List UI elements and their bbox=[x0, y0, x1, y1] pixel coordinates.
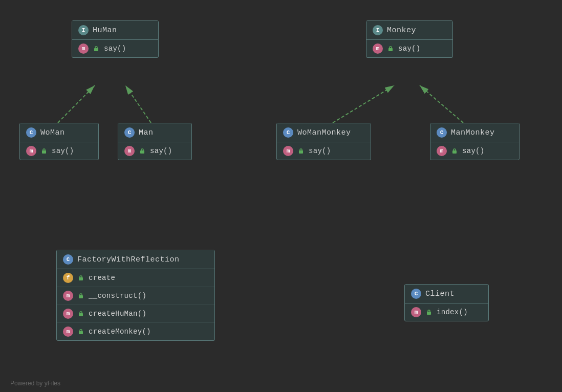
manmonkey-method-say-label: say() bbox=[462, 147, 485, 155]
badge-c-woman: C bbox=[26, 127, 36, 138]
svg-rect-13 bbox=[79, 331, 83, 334]
svg-rect-9 bbox=[452, 150, 457, 154]
lock-icon-client-index bbox=[425, 309, 433, 316]
svg-line-0 bbox=[58, 85, 95, 123]
svg-rect-4 bbox=[94, 48, 98, 51]
class-human-header: I HuMan bbox=[72, 21, 158, 40]
class-man-header: C Man bbox=[118, 123, 191, 142]
diagram-canvas: I HuMan m say() I Monkey m bbox=[0, 0, 562, 392]
human-method-say: m say() bbox=[72, 40, 158, 57]
svg-rect-14 bbox=[427, 312, 431, 315]
powered-by-text: Powered by yFiles bbox=[10, 380, 60, 387]
svg-line-3 bbox=[420, 85, 463, 123]
badge-m-human-say: m bbox=[78, 43, 89, 54]
class-factory-name: FactoryWithReflection bbox=[77, 255, 180, 264]
class-factory-header: C FactoryWithReflection bbox=[57, 250, 214, 269]
monkey-method-say-label: say() bbox=[398, 45, 421, 53]
human-method-say-label: say() bbox=[104, 45, 126, 53]
badge-interface-monkey: I bbox=[373, 25, 383, 35]
factory-method-createhuman-label: createHuMan() bbox=[89, 310, 146, 318]
badge-m-manmonkey-say: m bbox=[437, 146, 447, 156]
badge-m-factory-construct: m bbox=[63, 291, 73, 301]
svg-line-2 bbox=[333, 85, 394, 123]
svg-line-1 bbox=[125, 85, 151, 123]
class-human[interactable]: I HuMan m say() bbox=[72, 20, 159, 58]
lock-icon-monkey-say bbox=[387, 45, 394, 52]
class-factorywithreflection[interactable]: C FactoryWithReflection f create m __con… bbox=[56, 250, 215, 341]
client-method-index-label: index() bbox=[437, 308, 468, 316]
badge-c-factory: C bbox=[63, 254, 73, 265]
svg-rect-10 bbox=[79, 277, 83, 280]
factory-method-createmonkey: m createMonkey() bbox=[57, 323, 214, 340]
lock-icon-man-say bbox=[139, 147, 146, 155]
badge-m-factory-createmonkey: m bbox=[63, 326, 73, 337]
lock-icon-manmonkey-say bbox=[451, 147, 458, 155]
lock-icon-factory-construct bbox=[77, 292, 84, 299]
man-method-say-label: say() bbox=[150, 147, 172, 155]
badge-c-manmonkey: C bbox=[437, 127, 447, 138]
svg-rect-11 bbox=[79, 295, 83, 298]
badge-m-client-index: m bbox=[411, 307, 421, 317]
svg-rect-6 bbox=[42, 150, 46, 154]
lock-icon-womanmonkey-say bbox=[297, 147, 305, 155]
class-client-header: C Client bbox=[405, 285, 488, 303]
class-woman-header: C WoMan bbox=[20, 123, 98, 142]
class-manmonkey-header: C ManMonkey bbox=[430, 123, 519, 142]
class-woman-name: WoMan bbox=[40, 128, 65, 137]
class-monkey-name: Monkey bbox=[387, 26, 416, 35]
badge-c-client: C bbox=[411, 289, 421, 299]
lock-icon-factory-create bbox=[77, 274, 84, 281]
badge-m-factory-createhuman: m bbox=[63, 309, 73, 319]
factory-method-create: f create bbox=[57, 269, 214, 287]
factory-method-construct: m __construct() bbox=[57, 287, 214, 305]
badge-f-factory-create: f bbox=[63, 273, 73, 283]
factory-method-createmonkey-label: createMonkey() bbox=[89, 328, 151, 336]
womanmonkey-method-say: m say() bbox=[277, 142, 371, 160]
woman-method-say: m say() bbox=[20, 142, 98, 160]
svg-rect-5 bbox=[388, 48, 393, 51]
class-womanmonkey-name: WoManMonkey bbox=[297, 128, 351, 137]
lock-icon-factory-createmonkey bbox=[77, 328, 84, 335]
class-monkey[interactable]: I Monkey m say() bbox=[366, 20, 453, 58]
monkey-method-say: m say() bbox=[366, 40, 452, 57]
lock-icon-human-say bbox=[93, 45, 100, 52]
svg-rect-7 bbox=[140, 150, 144, 154]
badge-m-monkey-say: m bbox=[373, 43, 383, 54]
class-womanmonkey-header: C WoManMonkey bbox=[277, 123, 371, 142]
svg-rect-8 bbox=[299, 150, 303, 154]
badge-m-woman-say: m bbox=[26, 146, 36, 156]
class-woman[interactable]: C WoMan m say() bbox=[19, 123, 99, 160]
class-man-name: Man bbox=[139, 128, 154, 137]
class-manmonkey-name: ManMonkey bbox=[451, 128, 495, 137]
womanmonkey-method-say-label: say() bbox=[309, 147, 331, 155]
man-method-say: m say() bbox=[118, 142, 191, 160]
factory-method-create-label: create bbox=[89, 274, 115, 282]
class-man[interactable]: C Man m say() bbox=[118, 123, 192, 160]
badge-c-womanmonkey: C bbox=[283, 127, 293, 138]
svg-rect-12 bbox=[79, 313, 83, 316]
lock-icon-factory-createhuman bbox=[77, 310, 84, 317]
badge-interface-human: I bbox=[78, 25, 89, 35]
client-method-index: m index() bbox=[405, 303, 488, 321]
class-manmonkey[interactable]: C ManMonkey m say() bbox=[430, 123, 520, 160]
badge-m-womanmonkey-say: m bbox=[283, 146, 293, 156]
badge-c-man: C bbox=[124, 127, 135, 138]
manmonkey-method-say: m say() bbox=[430, 142, 519, 160]
powered-by: Powered by yFiles bbox=[10, 380, 60, 387]
factory-method-createhuman: m createHuMan() bbox=[57, 305, 214, 323]
class-womanmonkey[interactable]: C WoManMonkey m say() bbox=[276, 123, 371, 160]
class-client-name: Client bbox=[425, 290, 455, 298]
class-human-name: HuMan bbox=[93, 26, 117, 35]
woman-method-say-label: say() bbox=[52, 147, 74, 155]
class-monkey-header: I Monkey bbox=[366, 21, 452, 40]
lock-icon-woman-say bbox=[40, 147, 48, 155]
badge-m-man-say: m bbox=[124, 146, 135, 156]
class-client[interactable]: C Client m index() bbox=[404, 284, 489, 321]
factory-method-construct-label: __construct() bbox=[89, 292, 146, 300]
